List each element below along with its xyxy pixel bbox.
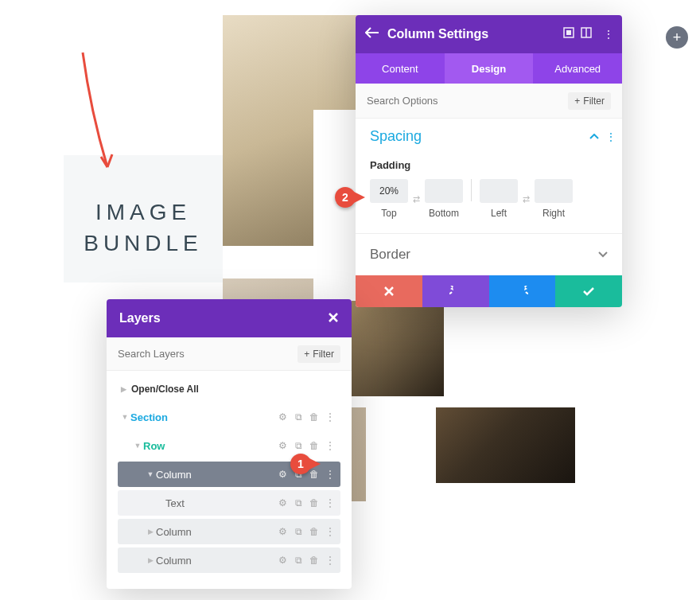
settings-tabs: Content Design Advanced bbox=[356, 53, 622, 84]
more-icon[interactable]: ⋮ bbox=[325, 469, 336, 480]
layer-text[interactable]: Text ⚙ ⧉ 🗑 ⋮ bbox=[118, 490, 340, 516]
redo-button[interactable] bbox=[489, 275, 556, 307]
more-icon[interactable]: ⋮ bbox=[325, 440, 336, 451]
tab-design[interactable]: Design bbox=[445, 53, 534, 84]
more-icon[interactable]: ⋮ bbox=[325, 526, 336, 537]
search-layers-input[interactable] bbox=[118, 348, 298, 360]
gear-icon[interactable]: ⚙ bbox=[277, 526, 288, 537]
more-icon[interactable]: ⋮ bbox=[325, 411, 336, 423]
spacing-section-header[interactable]: Spacing bbox=[356, 119, 622, 154]
chevron-down-icon bbox=[598, 251, 608, 258]
trash-icon[interactable]: 🗑 bbox=[309, 526, 320, 537]
layer-column[interactable]: ▶ Column ⚙ ⧉ 🗑 ⋮ bbox=[118, 519, 340, 544]
save-button[interactable] bbox=[555, 275, 622, 307]
layers-title: Layers bbox=[119, 311, 161, 325]
layers-close-button[interactable] bbox=[328, 310, 339, 327]
page-title: IMAGE BUNDLE bbox=[64, 197, 223, 259]
padding-label: Padding bbox=[370, 159, 608, 171]
layer-label: Text bbox=[165, 497, 277, 509]
caret-down-icon: ▼ bbox=[119, 413, 130, 421]
duplicate-icon[interactable]: ⧉ bbox=[293, 555, 304, 566]
layers-body: ▶ Open/Close All ▼ Section ⚙ ⧉ 🗑 ⋮ ▼ Row… bbox=[107, 371, 352, 589]
layers-filter-label: Filter bbox=[313, 349, 334, 360]
padding-right-input[interactable] bbox=[535, 179, 573, 203]
title-line-2: BUNDLE bbox=[84, 231, 203, 255]
layer-column[interactable]: ▶ Column ⚙ ⧉ 🗑 ⋮ bbox=[118, 547, 340, 573]
layers-panel: Layers + Filter ▶ Open/Close All ▼ Secti… bbox=[107, 299, 352, 589]
padding-left-input[interactable] bbox=[480, 179, 518, 203]
settings-more-icon[interactable] bbox=[595, 27, 612, 41]
layer-label: Column bbox=[156, 555, 277, 567]
layer-label: Row bbox=[143, 440, 277, 452]
trash-icon[interactable]: 🗑 bbox=[309, 497, 320, 508]
more-icon[interactable]: ⋮ bbox=[325, 497, 336, 508]
settings-title: Column Settings bbox=[387, 27, 560, 41]
settings-footer bbox=[356, 275, 622, 307]
padding-top-input[interactable] bbox=[370, 179, 408, 203]
layer-label: Column bbox=[156, 469, 277, 481]
chevron-up-icon bbox=[589, 134, 599, 140]
padding-right-label: Right bbox=[542, 208, 565, 219]
spacing-title: Spacing bbox=[370, 128, 422, 145]
expand-icon[interactable] bbox=[560, 27, 578, 41]
cancel-button[interactable] bbox=[356, 275, 422, 307]
padding-bottom-input[interactable] bbox=[425, 179, 463, 203]
duplicate-icon[interactable]: ⧉ bbox=[293, 526, 304, 537]
tab-content[interactable]: Content bbox=[356, 53, 445, 84]
caret-right-icon: ▶ bbox=[145, 528, 156, 536]
border-section-header[interactable]: Border bbox=[356, 233, 622, 275]
gear-icon[interactable]: ⚙ bbox=[277, 411, 288, 423]
padding-divider bbox=[471, 179, 472, 201]
tab-advanced[interactable]: Advanced bbox=[533, 53, 622, 84]
collapse-icon[interactable] bbox=[578, 27, 595, 41]
filter-button[interactable]: + Filter bbox=[568, 92, 611, 110]
filter-label: Filter bbox=[583, 95, 605, 107]
trash-icon[interactable]: 🗑 bbox=[309, 411, 320, 423]
step-number: 2 bbox=[342, 191, 348, 204]
more-icon[interactable]: ⋮ bbox=[325, 555, 336, 566]
plus-small-icon: + bbox=[304, 349, 309, 360]
gear-icon[interactable]: ⚙ bbox=[277, 440, 288, 451]
duplicate-icon[interactable]: ⧉ bbox=[293, 411, 304, 423]
annotation-arrow bbox=[73, 48, 117, 179]
add-fab-button[interactable]: + bbox=[666, 26, 688, 49]
gear-icon[interactable]: ⚙ bbox=[277, 497, 288, 508]
search-options-input[interactable] bbox=[367, 95, 568, 107]
open-close-all[interactable]: ▶ Open/Close All bbox=[118, 377, 340, 404]
step-marker-2: 2 bbox=[335, 187, 356, 208]
settings-search-bar: + Filter bbox=[356, 84, 622, 119]
open-close-label: Open/Close All bbox=[131, 384, 199, 395]
step-pointer-icon bbox=[308, 458, 321, 470]
caret-right-icon: ▶ bbox=[145, 556, 156, 564]
padding-left-label: Left bbox=[491, 208, 507, 219]
layers-header: Layers bbox=[107, 299, 352, 337]
trash-icon[interactable]: 🗑 bbox=[309, 555, 320, 566]
undo-icon bbox=[449, 286, 462, 297]
duplicate-icon[interactable]: ⧉ bbox=[293, 440, 304, 451]
gear-icon[interactable]: ⚙ bbox=[277, 555, 288, 566]
redo-icon bbox=[515, 286, 528, 297]
link-icon-horizontal[interactable]: ⇄ bbox=[523, 194, 530, 205]
check-icon bbox=[582, 286, 595, 296]
layer-section[interactable]: ▼ Section ⚙ ⧉ 🗑 ⋮ bbox=[118, 404, 340, 430]
title-line-1: IMAGE bbox=[95, 200, 191, 224]
undo-button[interactable] bbox=[422, 275, 489, 307]
border-title: Border bbox=[370, 247, 410, 263]
gear-icon[interactable]: ⚙ bbox=[277, 469, 288, 480]
trash-icon[interactable]: 🗑 bbox=[309, 440, 320, 451]
layers-search-bar: + Filter bbox=[107, 337, 352, 371]
link-icon-vertical[interactable]: ⇄ bbox=[413, 194, 420, 205]
step-marker-1: 1 bbox=[290, 454, 311, 474]
layer-label: Column bbox=[156, 526, 277, 538]
step-number: 1 bbox=[298, 458, 304, 470]
back-button[interactable] bbox=[365, 27, 384, 41]
step-pointer-icon bbox=[352, 191, 365, 204]
svg-rect-1 bbox=[566, 30, 571, 35]
plus-icon: + bbox=[673, 29, 682, 46]
layers-filter-button[interactable]: + Filter bbox=[298, 345, 340, 363]
plus-small-icon: + bbox=[574, 95, 580, 107]
close-icon bbox=[383, 286, 395, 297]
duplicate-icon[interactable]: ⧉ bbox=[293, 497, 304, 508]
spacing-more-icon[interactable] bbox=[605, 130, 608, 144]
settings-header: Column Settings bbox=[356, 15, 622, 53]
